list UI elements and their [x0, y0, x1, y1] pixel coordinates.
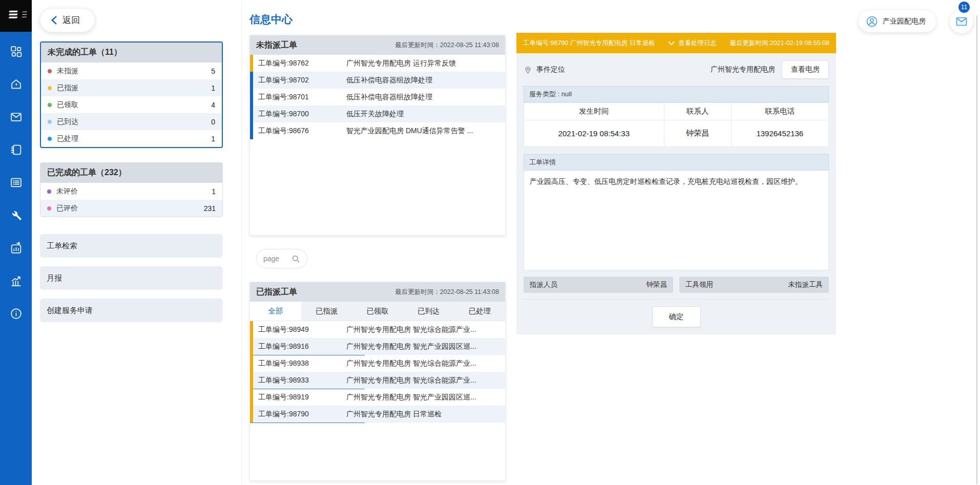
unassigned-panel-header: 未指派工单 最后更新时间：2022-08-25 11:43:08: [250, 35, 505, 55]
order-description: 广州智光专用配电房 智光产业园园区巡...: [346, 342, 502, 351]
notebook-icon[interactable]: [10, 143, 23, 158]
contact-table: 发生时间 联系人 联系电话 2021-02-19 08:54:33 钟荣昌 13…: [524, 102, 829, 147]
priority-bar: [250, 406, 253, 423]
stat-row-processed[interactable]: 已处理 1: [41, 130, 222, 147]
stat-label: 已领取: [57, 100, 78, 110]
order-number: 工单编号:98702: [258, 76, 346, 85]
stat-label: 已指派: [57, 83, 78, 93]
status-dot: [48, 69, 52, 73]
work-order-row[interactable]: 工单编号:98919 广州智光专用配电房 智光产业园园区巡...: [250, 389, 505, 406]
priority-bar: [250, 122, 253, 139]
report-chart-icon[interactable]: [10, 242, 23, 257]
stat-label: 已到达: [57, 117, 78, 126]
messages-button[interactable]: [950, 10, 973, 33]
task-list-icon[interactable]: [10, 176, 23, 191]
work-order-row[interactable]: 工单编号:98762 广州智光专用配电房 运行异常反馈: [250, 55, 505, 72]
stat-row-arrived[interactable]: 已到达 0: [41, 113, 222, 130]
view-process-log-link[interactable]: 查看处理日志: [668, 39, 717, 48]
stat-label: 已处理: [57, 134, 78, 143]
order-number: 工单编号:98949: [258, 325, 346, 334]
assigned-panel-title: 已指派工单: [256, 287, 297, 298]
assignment-info-row: 指派人员 钟荣昌 工具领用 未指派工具: [524, 277, 829, 293]
trend-chart-icon[interactable]: [10, 275, 23, 289]
user-account-button[interactable]: 产业园配电房: [859, 10, 936, 32]
order-description: 低压补偿电容器组故障处理: [346, 76, 502, 85]
updated-value: 2022-08-25 11:43:08: [440, 288, 499, 296]
work-order-row[interactable]: 工单编号:98938 广州智光专用配电房 智光综合能源产业...: [250, 355, 505, 372]
back-button-label: 返回: [62, 14, 80, 26]
page-search-input[interactable]: page: [256, 249, 307, 268]
assignee-pill: 指派人员 钟荣昌: [524, 277, 673, 293]
order-description: 广州智光专用配电房 智光综合能源产业...: [346, 325, 502, 334]
apps-icon[interactable]: [10, 45, 23, 60]
view-power-room-button[interactable]: 查看电房: [782, 60, 829, 79]
create-service-request-button[interactable]: 创建服务申请: [40, 299, 223, 322]
confirm-button[interactable]: 确定: [652, 306, 701, 327]
work-order-row[interactable]: 工单编号:98676 智光产业园配电房 DMU通信异常告警 ...: [250, 122, 505, 139]
monthly-report-button[interactable]: 月报: [40, 266, 223, 290]
contact-phone-value: 13926452136: [731, 120, 828, 147]
info-icon[interactable]: [10, 307, 23, 322]
stat-row-unrated[interactable]: 未评价 1: [40, 183, 222, 200]
tab-claimed[interactable]: 已领取: [352, 302, 403, 321]
service-type-section: 服务类型 : null 发生时间 联系人 联系电话 2021-02-19 08:…: [524, 86, 829, 147]
action-label: 月报: [47, 273, 62, 283]
finished-orders-list: 未评价 1 已评价 231: [40, 183, 222, 217]
stat-row-rated[interactable]: 已评价 231: [40, 200, 222, 217]
finished-orders-title: 已完成的工单（232）: [40, 163, 222, 183]
chevron-down-icon: [668, 41, 675, 46]
order-search-button[interactable]: 工单检索: [40, 234, 223, 258]
order-detail-body: 事件定位 广州智光专用配电房 查看电房 服务类型 : null 发生时间 联系人…: [516, 53, 836, 334]
tools-pill: 工具领用 未指派工具: [679, 277, 829, 293]
tab-assigned[interactable]: 已指派: [301, 302, 352, 321]
home-energy-icon[interactable]: [10, 78, 23, 93]
priority-bar: [250, 372, 253, 389]
vertical-scrollbar[interactable]: [976, 15, 977, 484]
priority-bar: [250, 338, 253, 355]
work-order-row[interactable]: 工单编号:98933 广州智光专用配电房 智光综合能源产业...: [250, 372, 505, 389]
priority-bar: [250, 355, 253, 372]
assignee-label: 指派人员: [530, 280, 557, 289]
assigned-updated-time: 最后更新时间：2022-08-25 11:43:08: [395, 288, 499, 297]
work-order-row-selected[interactable]: 工单编号:98790 广州智光专用配电房 日常巡检: [250, 406, 505, 423]
priority-bar: [250, 72, 253, 89]
work-order-row[interactable]: 工单编号:98949 广州智光专用配电房 智光综合能源产业...: [250, 321, 505, 338]
work-order-row[interactable]: 工单编号:98701 低压补偿电容器组故障处理: [250, 89, 505, 106]
order-description: 广州智光专用配电房 运行异常反馈: [346, 59, 502, 68]
tab-all[interactable]: 全部: [250, 302, 301, 321]
tab-arrived[interactable]: 已到达: [403, 302, 454, 321]
status-dot: [48, 120, 52, 124]
order-number: 工单编号:98676: [258, 126, 346, 136]
order-number: 工单编号:98916: [258, 342, 346, 351]
status-dot: [48, 137, 52, 141]
priority-bar: [250, 321, 253, 338]
stat-count: 231: [204, 204, 216, 213]
stat-count: 5: [211, 67, 215, 75]
stat-row-unassigned[interactable]: 未指派 5: [41, 62, 222, 79]
confirm-row: 确定: [524, 299, 829, 327]
page-title: 信息中心: [249, 12, 506, 27]
tab-processed[interactable]: 已处理: [454, 302, 505, 321]
priority-bar: [250, 389, 253, 406]
location-pin-icon: [524, 66, 532, 74]
action-label: 创建服务申请: [47, 306, 93, 315]
mail-icon[interactable]: [10, 111, 23, 125]
work-order-row[interactable]: 工单编号:98702 低压补偿电容器组故障处理: [250, 72, 505, 89]
stat-row-claimed[interactable]: 已领取 4: [41, 96, 222, 113]
wrench-icon[interactable]: [10, 209, 23, 224]
event-location-label: 事件定位: [536, 65, 565, 74]
order-detail-section: 工单详情 产业园高压、专变、低压电房定时巡检检查记录，充电桩充电站巡视检查，园区…: [524, 154, 829, 270]
column-header-phone: 联系电话: [731, 103, 828, 120]
user-avatar-icon: [866, 15, 878, 28]
left-sidebar-panel: 返回 未完成的工单（11） 未指派 5 已指派 1 已领取 4 已到达: [32, 0, 242, 485]
stat-count: 1: [211, 84, 215, 92]
work-order-row[interactable]: 工单编号:98916 广州智光专用配电房 智光产业园园区巡...: [250, 338, 505, 355]
updated-value: 2022-08-25 11:43:08: [440, 41, 499, 49]
stat-row-assigned[interactable]: 已指派 1: [41, 79, 222, 96]
back-button[interactable]: 返回: [40, 8, 95, 32]
brand-logo: [0, 0, 32, 32]
order-detail-text: 产业园高压、专变、低压电房定时巡检检查记录，充电桩充电站巡视检查，园区维护。: [524, 171, 829, 270]
work-order-row[interactable]: 工单编号:98700 低压开关故障处理: [250, 106, 505, 122]
order-number: 工单编号:98701: [258, 93, 346, 102]
message-center-column: 信息中心 未指派工单 最后更新时间：2022-08-25 11:43:08 工单…: [242, 0, 506, 485]
